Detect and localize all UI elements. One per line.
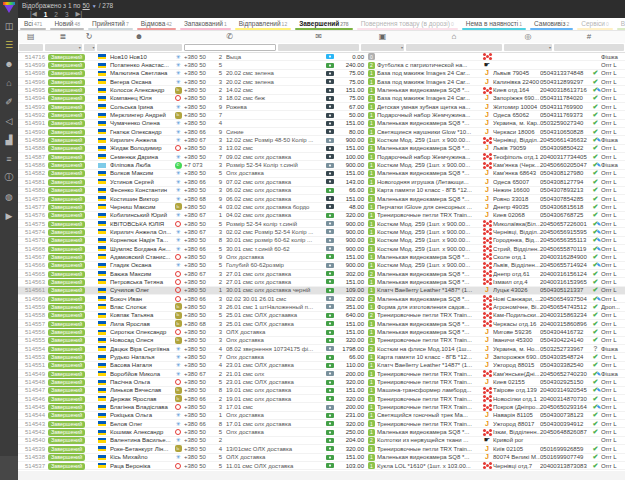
- orders-count: 3: [212, 186, 226, 194]
- manager-comment: 13/01смс ОЛХ доставка: [226, 445, 324, 453]
- payment-column-icon[interactable]: ▣: [360, 31, 405, 43]
- justin-delivery-icon: J: [485, 169, 489, 177]
- tasks-icon[interactable]: ✐: [0, 92, 18, 111]
- delivery-city: Городянка, Від...: [493, 236, 540, 244]
- tracking-number: 0504304224140: [540, 336, 590, 344]
- page-size-caret-icon[interactable]: ▼: [92, 3, 97, 9]
- filter-input-comment[interactable]: [278, 44, 359, 51]
- country-column-icon[interactable]: ↻: [82, 31, 96, 43]
- tab-underline: [88, 28, 133, 30]
- quantity-badge: 1: [368, 237, 375, 244]
- payment-type-icon: [326, 113, 334, 118]
- video-icon[interactable]: ▶: [0, 206, 18, 225]
- product-name: Маленькая видеокамера SQ8 *...: [377, 144, 481, 152]
- filter-input-product[interactable]: [406, 44, 502, 51]
- first-page-button[interactable]: |◀: [30, 10, 37, 18]
- filter-input-country[interactable]: ▾: [84, 44, 96, 51]
- page-button-3[interactable]: 3: [65, 11, 69, 18]
- orders-icon[interactable]: ☰: [0, 35, 18, 54]
- delivery-cell: [481, 386, 493, 394]
- ttn-column-icon[interactable]: #: [553, 31, 625, 43]
- tab-новий[interactable]: Новий48: [48, 18, 86, 30]
- tab-count: 278: [340, 21, 348, 27]
- payment-cell: [324, 228, 336, 236]
- payment-type-icon: [326, 238, 334, 243]
- product-name: Детская умная зубная щетка на...: [377, 103, 481, 111]
- tab-запакований[interactable]: Запакований1: [178, 18, 233, 30]
- ua-flag-icon: [98, 171, 106, 176]
- tab-повернення-товару-в-дорозі-[interactable]: Повернення товару (в дорозі)0: [355, 18, 460, 30]
- cabinet-source-icon: lc: [175, 320, 182, 327]
- comment-column-icon[interactable]: ✉: [277, 31, 360, 43]
- ttn-status-cell: ✔: [590, 261, 601, 269]
- page-button-2[interactable]: 2: [54, 11, 58, 18]
- delivery-city: Калинівка 22400: [493, 78, 540, 86]
- tab-прийнятий[interactable]: Прийнятий7: [86, 18, 135, 30]
- clients-icon[interactable]: ☻: [0, 54, 18, 73]
- phone-column-icon[interactable]: ✆: [182, 31, 277, 43]
- source-cell: ✳: [172, 78, 184, 86]
- ttn-status-cell: ✔: [590, 378, 601, 386]
- nova-poshta-icon: [486, 314, 489, 317]
- last-page-button[interactable]: ▶|: [76, 10, 83, 18]
- order-tag: Опт L: [601, 111, 625, 119]
- table-row[interactable]: 514537ЗавершенийРаца Вероніка+380 50511.…: [18, 462, 625, 470]
- tab-самовивіз[interactable]: Самовивіз2: [528, 18, 575, 30]
- status-column-icon[interactable]: ≣: [43, 31, 82, 43]
- manager-comment: ОЛХ доставка: [226, 453, 324, 461]
- ttn-ok-check-icon: ✔: [593, 69, 599, 77]
- country-cell: [94, 103, 110, 111]
- tab-нема-в-наявності[interactable]: Нема в наявності1: [460, 18, 528, 30]
- client-column-icon[interactable]: ☻: [96, 31, 182, 43]
- client-phone: +380 50: [184, 153, 212, 161]
- manager-comment: [226, 436, 324, 444]
- manager-comment: Олх доставка: [226, 169, 324, 177]
- client-name: Баюка Максим: [110, 270, 172, 278]
- payment-cell: [324, 286, 336, 294]
- dashboard-icon[interactable]: ◫: [0, 16, 18, 35]
- order-amount: 151.00: [336, 86, 366, 94]
- page-button-1[interactable]: 1: [44, 11, 48, 18]
- marketing-icon[interactable]: ◁: [0, 111, 18, 130]
- justin-delivery-icon: J: [485, 186, 489, 194]
- statistics-icon[interactable]: ▟: [0, 130, 18, 149]
- ttn-status-cell: ✔: [590, 411, 601, 419]
- filter-input-payment[interactable]: ▾: [361, 44, 404, 51]
- filter-input-client[interactable]: [97, 44, 181, 51]
- quantity-badge: 1: [368, 137, 375, 144]
- page-size-dropdown[interactable]: 50: [82, 2, 89, 9]
- orders-count: 3: [212, 270, 226, 278]
- tab-сервіси[interactable]: Сервіси0: [575, 18, 614, 30]
- warehouse-icon[interactable]: ⌂: [0, 73, 18, 92]
- status-badge: Завершений: [48, 162, 85, 169]
- product-name: Светящиеся наушники Glow *10...: [377, 128, 481, 136]
- settings-icon[interactable]: ≡: [0, 149, 18, 168]
- id-column-icon[interactable]: ▤: [18, 31, 43, 43]
- tab-відмова[interactable]: Відмова42: [135, 18, 178, 30]
- quantity-cell: 1: [366, 236, 377, 244]
- filter-input-ttn[interactable]: [554, 44, 624, 51]
- order-status: Завершений: [48, 295, 94, 303]
- order-tag: Опт L: [601, 94, 625, 102]
- tab-всі[interactable]: Всі471: [18, 18, 48, 30]
- filter-input-id[interactable]: [19, 44, 43, 51]
- nova-poshta-icon: [486, 297, 489, 300]
- source-cell: ✳: [172, 361, 184, 369]
- info-icon[interactable]: ⓘ: [0, 168, 18, 187]
- filter-input-status[interactable]: ▾: [45, 44, 82, 51]
- tab-відправлений[interactable]: Відправлений12: [233, 18, 293, 30]
- order-tag: Опт L: [601, 61, 625, 69]
- tab-в-дорозі-додому[interactable]: В дорозі додому0: [615, 18, 625, 30]
- tab-завершений[interactable]: Завершений278: [293, 18, 354, 30]
- status-tabs: Всі471Новий48Прийнятий7Відмова42Запакова…: [18, 18, 625, 31]
- address-column-icon[interactable]: ◎: [503, 31, 553, 43]
- product-column-icon[interactable]: ⌂: [405, 31, 503, 43]
- app-logo[interactable]: [0, 0, 18, 16]
- shown-range-label: Відображено з 1 по: [22, 2, 80, 9]
- olx-source-icon: ✳: [175, 195, 180, 203]
- filter-input-phone[interactable]: [184, 44, 277, 51]
- manager-comment: Олх доставка: [226, 253, 324, 261]
- globe-icon[interactable]: ◍: [0, 187, 18, 206]
- orders-count: 9: [212, 253, 226, 261]
- filter-input-address[interactable]: ▾: [504, 44, 552, 51]
